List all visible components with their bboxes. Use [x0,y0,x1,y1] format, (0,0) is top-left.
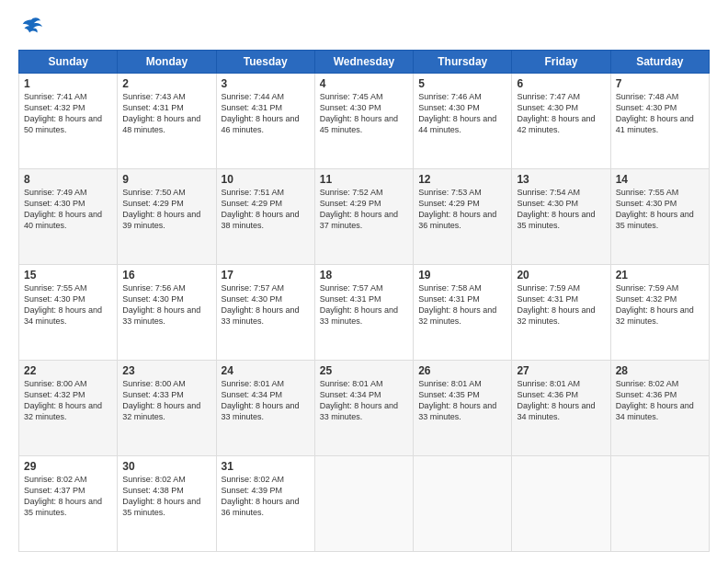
cell-info: Sunrise: 8:02 AM Sunset: 4:36 PM Dayligh… [616,378,704,423]
calendar-cell: 29 Sunrise: 8:02 AM Sunset: 4:37 PM Dayl… [19,456,118,552]
day-number: 28 [616,364,704,377]
calendar-cell [414,456,512,552]
day-number: 27 [517,364,605,377]
day-number: 24 [222,364,310,377]
cell-info: Sunrise: 7:54 AM Sunset: 4:30 PM Dayligh… [517,187,605,232]
cell-info: Sunrise: 7:41 AM Sunset: 4:32 PM Dayligh… [24,91,112,136]
calendar-cell: 31 Sunrise: 8:02 AM Sunset: 4:39 PM Dayl… [216,456,314,552]
calendar-cell: 21 Sunrise: 7:59 AM Sunset: 4:32 PM Dayl… [610,265,709,361]
cell-info: Sunrise: 8:02 AM Sunset: 4:37 PM Dayligh… [24,474,112,519]
day-number: 30 [122,460,210,473]
cell-info: Sunrise: 7:51 AM Sunset: 4:29 PM Dayligh… [222,187,310,232]
day-number: 31 [222,460,310,473]
calendar-cell: 12 Sunrise: 7:53 AM Sunset: 4:29 PM Dayl… [414,169,512,265]
weekday-header-saturday: Saturday [610,51,709,74]
day-number: 3 [222,77,310,90]
cell-info: Sunrise: 7:59 AM Sunset: 4:31 PM Dayligh… [517,282,605,327]
day-number: 7 [616,77,704,90]
day-number: 17 [222,269,310,282]
calendar-cell [512,456,610,552]
day-number: 22 [24,364,112,377]
calendar-cell: 10 Sunrise: 7:51 AM Sunset: 4:29 PM Dayl… [216,169,314,265]
calendar-body: 1 Sunrise: 7:41 AM Sunset: 4:32 PM Dayli… [19,74,710,552]
cell-info: Sunrise: 7:57 AM Sunset: 4:30 PM Dayligh… [222,282,310,327]
cell-info: Sunrise: 7:47 AM Sunset: 4:30 PM Dayligh… [517,91,605,136]
calendar-cell: 11 Sunrise: 7:52 AM Sunset: 4:29 PM Dayl… [314,169,413,265]
day-number: 11 [320,173,408,186]
cell-info: Sunrise: 7:45 AM Sunset: 4:30 PM Dayligh… [320,91,408,136]
weekday-header-tuesday: Tuesday [216,51,314,74]
calendar-cell [314,456,413,552]
calendar-cell: 19 Sunrise: 7:58 AM Sunset: 4:31 PM Dayl… [414,265,512,361]
day-number: 16 [122,269,210,282]
day-number: 21 [616,269,704,282]
calendar-cell: 25 Sunrise: 8:01 AM Sunset: 4:34 PM Dayl… [314,361,413,456]
day-number: 2 [122,77,210,90]
cell-info: Sunrise: 7:44 AM Sunset: 4:31 PM Dayligh… [222,91,310,136]
calendar-cell: 23 Sunrise: 8:00 AM Sunset: 4:33 PM Dayl… [118,361,216,456]
day-number: 15 [24,269,112,282]
calendar-cell: 13 Sunrise: 7:54 AM Sunset: 4:30 PM Dayl… [512,169,610,265]
calendar-week-3: 15 Sunrise: 7:55 AM Sunset: 4:30 PM Dayl… [19,265,710,361]
calendar-cell: 22 Sunrise: 8:00 AM Sunset: 4:32 PM Dayl… [19,361,118,456]
cell-info: Sunrise: 8:02 AM Sunset: 4:39 PM Dayligh… [222,474,310,519]
calendar-cell: 16 Sunrise: 7:56 AM Sunset: 4:30 PM Dayl… [118,265,216,361]
calendar-cell: 27 Sunrise: 8:01 AM Sunset: 4:36 PM Dayl… [512,361,610,456]
day-number: 1 [24,77,112,90]
calendar-week-4: 22 Sunrise: 8:00 AM Sunset: 4:32 PM Dayl… [19,361,710,456]
calendar-table: SundayMondayTuesdayWednesdayThursdayFrid… [18,50,710,552]
day-number: 9 [122,173,210,186]
cell-info: Sunrise: 7:57 AM Sunset: 4:31 PM Dayligh… [320,282,408,327]
cell-info: Sunrise: 8:02 AM Sunset: 4:38 PM Dayligh… [122,474,210,519]
day-number: 25 [320,364,408,377]
logo-icon [18,15,44,40]
calendar-cell: 15 Sunrise: 7:55 AM Sunset: 4:30 PM Dayl… [19,265,118,361]
calendar-cell: 5 Sunrise: 7:46 AM Sunset: 4:30 PM Dayli… [414,74,512,169]
weekday-header-friday: Friday [512,51,610,74]
cell-info: Sunrise: 7:49 AM Sunset: 4:30 PM Dayligh… [24,187,112,232]
cell-info: Sunrise: 8:01 AM Sunset: 4:36 PM Dayligh… [517,378,605,423]
calendar-cell: 3 Sunrise: 7:44 AM Sunset: 4:31 PM Dayli… [216,74,314,169]
cell-info: Sunrise: 7:53 AM Sunset: 4:29 PM Dayligh… [418,187,506,232]
logo [18,15,48,40]
day-number: 26 [418,364,506,377]
calendar-cell: 7 Sunrise: 7:48 AM Sunset: 4:30 PM Dayli… [610,74,709,169]
day-number: 6 [517,77,605,90]
calendar-cell: 1 Sunrise: 7:41 AM Sunset: 4:32 PM Dayli… [19,74,118,169]
calendar-cell: 9 Sunrise: 7:50 AM Sunset: 4:29 PM Dayli… [118,169,216,265]
calendar-cell: 17 Sunrise: 7:57 AM Sunset: 4:30 PM Dayl… [216,265,314,361]
cell-info: Sunrise: 7:52 AM Sunset: 4:29 PM Dayligh… [320,187,408,232]
cell-info: Sunrise: 8:01 AM Sunset: 4:34 PM Dayligh… [222,378,310,423]
calendar-cell: 24 Sunrise: 8:01 AM Sunset: 4:34 PM Dayl… [216,361,314,456]
cell-info: Sunrise: 7:48 AM Sunset: 4:30 PM Dayligh… [616,91,704,136]
page: SundayMondayTuesdayWednesdayThursdayFrid… [0,0,728,563]
day-number: 8 [24,173,112,186]
calendar-cell: 30 Sunrise: 8:02 AM Sunset: 4:38 PM Dayl… [118,456,216,552]
calendar-header-row: SundayMondayTuesdayWednesdayThursdayFrid… [19,51,710,74]
cell-info: Sunrise: 7:56 AM Sunset: 4:30 PM Dayligh… [122,282,210,327]
day-number: 18 [320,269,408,282]
weekday-header-thursday: Thursday [414,51,512,74]
calendar-week-5: 29 Sunrise: 8:02 AM Sunset: 4:37 PM Dayl… [19,456,710,552]
calendar-cell: 26 Sunrise: 8:01 AM Sunset: 4:35 PM Dayl… [414,361,512,456]
cell-info: Sunrise: 8:01 AM Sunset: 4:35 PM Dayligh… [418,378,506,423]
calendar-week-2: 8 Sunrise: 7:49 AM Sunset: 4:30 PM Dayli… [19,169,710,265]
day-number: 13 [517,173,605,186]
calendar-week-1: 1 Sunrise: 7:41 AM Sunset: 4:32 PM Dayli… [19,74,710,169]
day-number: 12 [418,173,506,186]
calendar-cell: 6 Sunrise: 7:47 AM Sunset: 4:30 PM Dayli… [512,74,610,169]
day-number: 19 [418,269,506,282]
cell-info: Sunrise: 7:58 AM Sunset: 4:31 PM Dayligh… [418,282,506,327]
cell-info: Sunrise: 7:46 AM Sunset: 4:30 PM Dayligh… [418,91,506,136]
day-number: 29 [24,460,112,473]
header [18,15,710,40]
calendar-cell: 8 Sunrise: 7:49 AM Sunset: 4:30 PM Dayli… [19,169,118,265]
cell-info: Sunrise: 7:55 AM Sunset: 4:30 PM Dayligh… [24,282,112,327]
cell-info: Sunrise: 7:50 AM Sunset: 4:29 PM Dayligh… [122,187,210,232]
calendar-cell: 20 Sunrise: 7:59 AM Sunset: 4:31 PM Dayl… [512,265,610,361]
day-number: 20 [517,269,605,282]
weekday-header-sunday: Sunday [19,51,118,74]
day-number: 23 [122,364,210,377]
calendar-cell: 18 Sunrise: 7:57 AM Sunset: 4:31 PM Dayl… [314,265,413,361]
cell-info: Sunrise: 7:55 AM Sunset: 4:30 PM Dayligh… [616,187,704,232]
